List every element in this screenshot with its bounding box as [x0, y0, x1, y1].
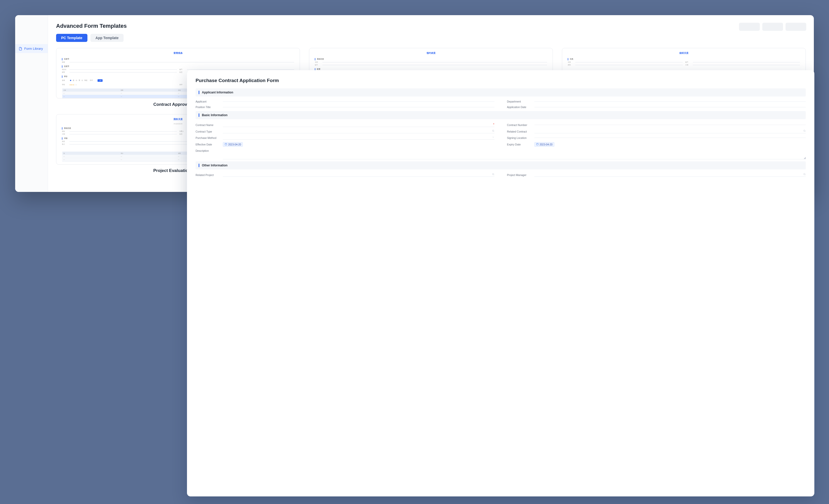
sidebar-item-form-library[interactable]: Form Library	[15, 44, 48, 53]
form-section-header: Applicant Information	[195, 88, 806, 96]
field-signing-location[interactable]: Signing Location	[507, 136, 806, 140]
sidebar: Form Library	[15, 15, 48, 192]
field-contract-type[interactable]: Contract Type	[195, 129, 495, 133]
date-chip[interactable]: 2023-04-20	[223, 142, 243, 147]
svg-point-12	[492, 173, 494, 175]
field-project-manager[interactable]: Project Manager	[507, 173, 806, 177]
field-effective-date[interactable]: Effective Date 2023-04-20	[195, 142, 495, 147]
top-actions	[739, 23, 806, 31]
tab-row: PC Template App Template	[56, 34, 806, 42]
svg-line-13	[494, 175, 494, 175]
date-chip[interactable]: 2023-04-20	[534, 142, 554, 147]
field-department[interactable]: Department	[507, 100, 806, 103]
field-applicant[interactable]: Applicant	[195, 100, 495, 103]
chevron-down-icon	[492, 136, 495, 139]
svg-point-0	[492, 130, 494, 131]
search-icon	[803, 173, 806, 176]
document-icon	[19, 47, 22, 50]
field-related-contract[interactable]: Related Contract	[507, 129, 806, 133]
action-placeholder-2[interactable]	[762, 23, 783, 31]
calendar-icon	[225, 143, 227, 146]
tab-app-template[interactable]: App Template	[91, 34, 124, 42]
svg-line-15	[805, 175, 805, 175]
svg-point-14	[804, 173, 805, 175]
form-section-header: Basic Information	[195, 111, 806, 119]
overlay-form-title: Purchase Contract Application Form	[195, 78, 806, 83]
resize-handle-icon[interactable]: ◢	[804, 156, 806, 159]
svg-rect-4	[225, 144, 227, 146]
search-icon	[492, 129, 495, 132]
svg-point-2	[804, 130, 805, 131]
overlay-form-panel: Purchase Contract Application Form Appli…	[187, 70, 814, 496]
field-contract-number[interactable]: Contract Number	[507, 123, 806, 127]
action-placeholder-3[interactable]	[786, 23, 806, 31]
page-title: Advanced Form Templates	[56, 23, 806, 29]
field-related-project[interactable]: Related Project	[195, 173, 495, 177]
field-description-label: Description	[195, 149, 220, 152]
field-position-title[interactable]: Position Title	[195, 106, 495, 109]
tab-pc-template[interactable]: PC Template	[56, 34, 87, 42]
field-expiry-date[interactable]: Expiry Date 2023-04-20	[507, 142, 806, 147]
field-purchase-method[interactable]: Purchase Method	[195, 136, 495, 140]
svg-line-1	[494, 131, 494, 132]
field-application-date[interactable]: Application Date	[507, 106, 806, 109]
action-placeholder-1[interactable]	[739, 23, 760, 31]
form-section-header: Other Information	[195, 161, 806, 169]
svg-line-3	[805, 131, 805, 132]
sidebar-item-label: Form Library	[24, 47, 43, 50]
svg-rect-8	[536, 144, 538, 146]
field-description[interactable]: ◢	[223, 150, 806, 159]
required-indicator: *	[493, 123, 495, 126]
field-contract-name[interactable]: Contract Name *	[195, 123, 495, 127]
calendar-icon	[536, 143, 539, 146]
search-icon	[803, 129, 806, 132]
search-icon	[492, 173, 495, 176]
